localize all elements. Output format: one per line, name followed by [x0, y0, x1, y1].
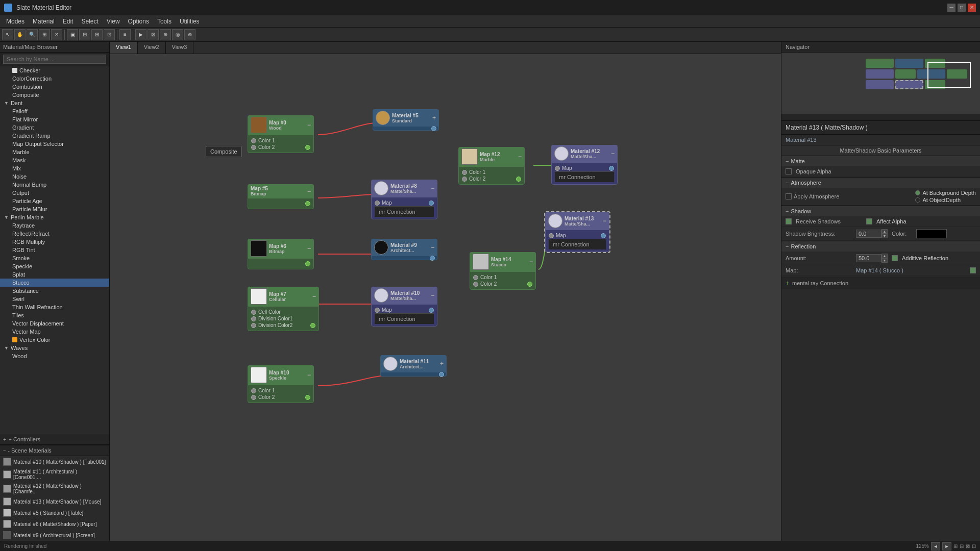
checkbox-apply-atm[interactable] [786, 193, 792, 199]
map14-collapse[interactable]: − [529, 258, 533, 265]
menu-utilities[interactable]: Utilities [176, 17, 204, 26]
list-item-mask[interactable]: Mask [0, 156, 109, 164]
mr-connection-header[interactable]: + mental ray Connection [781, 277, 980, 289]
map12-collapse[interactable]: − [518, 153, 522, 160]
section-reflection-header[interactable]: − Reflection [781, 241, 980, 252]
list-item-marble[interactable]: Marble [0, 148, 109, 156]
scene-mat-6[interactable]: Material #6 ( Matte/Shadow ) [Paper] [0, 518, 109, 530]
scene-mat-13[interactable]: Material #13 ( Matte/Shadow ) [Mouse] [0, 496, 109, 507]
scene-mat-11[interactable]: Material #11 ( Architectural ) [Cone001,… [0, 467, 109, 482]
list-item-speckle[interactable]: Speckle [0, 262, 109, 270]
checkbox-map-enable[interactable] [970, 267, 976, 273]
spinner-up-brightness[interactable]: ▲ [881, 229, 888, 234]
section-shadow-header[interactable]: − Shadow [781, 206, 980, 216]
list-item-falloff[interactable]: Falloff [0, 107, 109, 115]
list-item-stucco[interactable]: Stucco [0, 279, 109, 287]
list-item-splat[interactable]: Splat [0, 270, 109, 279]
radio-bg-depth[interactable] [915, 190, 920, 195]
node-mat5[interactable]: Material #5 Standard + [373, 109, 439, 131]
node-map6[interactable]: Map #6 Bitmap − [248, 239, 314, 269]
list-item-wood[interactable]: Wood [0, 352, 109, 360]
list-item-particleage[interactable]: Particle Age [0, 197, 109, 205]
section-matte-header[interactable]: − Matte [781, 156, 980, 166]
list-item-swirl[interactable]: Swirl [0, 295, 109, 303]
list-item-flatmirror[interactable]: Flat Mirror [0, 115, 109, 123]
node-mat12[interactable]: Material #12 Matte/Sha... − Map mr Conne… [551, 145, 618, 185]
scene-mat-12[interactable]: Material #12 ( Matte/Shadow ) [Chamfe... [0, 482, 109, 496]
list-item-rgbmultiply[interactable]: RGB Multiply [0, 238, 109, 246]
menu-options[interactable]: Options [124, 17, 153, 26]
status-zoom-up[interactable]: ► [942, 542, 951, 550]
mat11-expand[interactable]: + [440, 360, 444, 367]
spinner-down-amount[interactable]: ▼ [881, 258, 888, 263]
node-mat11[interactable]: Material #11 Architect... + [380, 355, 447, 377]
maximize-button[interactable]: □ [958, 4, 966, 12]
node-map14[interactable]: Map #14 Stucco − Color 1 Color 2 [470, 252, 536, 290]
tab-view3[interactable]: View3 [166, 42, 194, 54]
scene-mat-5[interactable]: Material #5 ( Standard ) [Table] [0, 507, 109, 518]
mat5-expand[interactable]: + [432, 114, 436, 121]
minimize-button[interactable]: ─ [947, 4, 955, 12]
scene-materials-header[interactable]: − - Scene Materials [0, 445, 109, 456]
list-item-vectordisplacement[interactable]: Vector Displacement [0, 319, 109, 328]
menu-edit[interactable]: Edit [59, 17, 78, 26]
node-mat10[interactable]: Material #10 Matte/Sha... − Map mr Conne… [371, 287, 437, 327]
map6-collapse[interactable]: − [307, 245, 311, 252]
list-item-thinwall[interactable]: Thin Wall Refraction [0, 303, 109, 311]
node-mat9[interactable]: Material #9 Architect... − [371, 239, 437, 260]
list-item-colorcorrection[interactable]: ColorCorrection [0, 74, 109, 83]
toolbar-b9[interactable]: ◎ [172, 29, 183, 40]
spinner-up-amount[interactable]: ▲ [881, 254, 888, 258]
toolbar-select[interactable]: ↖ [2, 29, 13, 40]
toolbar-b7[interactable]: ⊠ [148, 29, 159, 40]
list-item-particlemblur[interactable]: Particle MBlur [0, 205, 109, 213]
close-button[interactable]: ✕ [968, 4, 976, 12]
toolbar-b6[interactable]: ▶ [135, 29, 146, 40]
menu-modes[interactable]: Modes [2, 17, 29, 26]
list-item-vertexcolor[interactable]: Vertex Color [0, 336, 109, 344]
list-item-substance[interactable]: Substance [0, 287, 109, 295]
toolbar-b3[interactable]: ⊞ [91, 29, 103, 40]
menu-view[interactable]: View [103, 17, 124, 26]
section-atmosphere-header[interactable]: − Atmosphere [781, 178, 980, 188]
tab-view1[interactable]: View1 [110, 42, 138, 54]
checkbox-affect-alpha[interactable] [866, 218, 872, 224]
node-map7[interactable]: Map #7 Cellular − Cell Color Division Co… [248, 287, 319, 331]
status-zoom-down[interactable]: ◄ [931, 542, 940, 550]
mat8-collapse[interactable]: − [431, 185, 434, 192]
spinner-shadow-brightness[interactable]: ▲ ▼ [856, 229, 888, 238]
list-item-output[interactable]: Output [0, 189, 109, 197]
toolbar-b4[interactable]: ⊡ [104, 29, 115, 40]
menu-material[interactable]: Material [29, 17, 59, 26]
list-item-noise[interactable]: Noise [0, 172, 109, 181]
node-mat13[interactable]: Material #13 Matte/Sha... − Map mr Conne… [544, 211, 610, 253]
toolbar-b2[interactable]: ⊟ [79, 29, 90, 40]
mat10-collapse[interactable]: − [431, 292, 434, 299]
toolbar-pan[interactable]: 🔍 [27, 29, 38, 40]
list-item-vectormap[interactable]: Vector Map [0, 328, 109, 336]
tab-view2[interactable]: View2 [138, 42, 166, 54]
list-item-combustion[interactable]: Combustion [0, 83, 109, 91]
menu-select[interactable]: Select [77, 17, 102, 26]
canvas-area[interactable]: Composite Map #0 Wood − [110, 54, 781, 541]
search-input[interactable] [3, 55, 106, 64]
color-swatch-shadow[interactable] [916, 229, 947, 238]
spinner-amount[interactable]: ▲ ▼ [856, 254, 888, 263]
list-item-mapoutput[interactable]: Map Output Selector [0, 140, 109, 148]
toolbar-b10[interactable]: ⊗ [184, 29, 195, 40]
list-item-composite[interactable]: Composite [0, 91, 109, 99]
scene-mat-9[interactable]: Material #9 ( Architectural ) [Screen] [0, 530, 109, 541]
list-item-rgbtint[interactable]: RGB Tint [0, 246, 109, 254]
list-item-reflectrefract[interactable]: Reflect/Refract [0, 230, 109, 238]
map5-collapse[interactable]: − [307, 188, 311, 195]
map0-collapse[interactable]: − [307, 121, 311, 129]
list-item-raytrace[interactable]: Raytrace [0, 221, 109, 230]
input-shadow-brightness[interactable] [856, 230, 881, 238]
list-item-tiles[interactable]: Tiles [0, 311, 109, 319]
list-item-dent[interactable]: ▼ Dent [0, 99, 109, 107]
toolbar-zoom[interactable]: ⊞ [39, 29, 50, 40]
node-map10[interactable]: Map #10 Speckle − Color 1 Color 2 [248, 365, 314, 403]
mat13-collapse[interactable]: − [603, 217, 606, 224]
spinner-down-brightness[interactable]: ▼ [881, 234, 888, 238]
list-item-gradient[interactable]: Gradient [0, 123, 109, 132]
